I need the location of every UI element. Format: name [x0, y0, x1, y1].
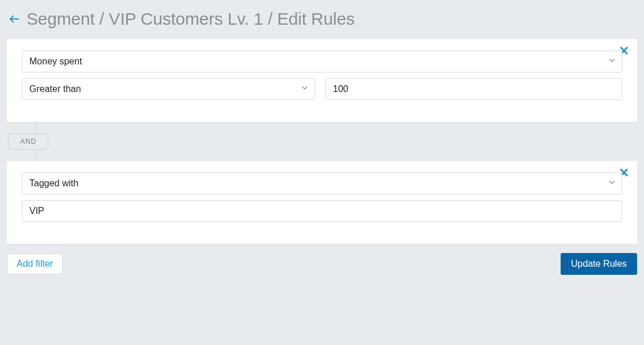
operator-select[interactable]: Greater than — [22, 78, 315, 100]
field-select-wrap: Tagged with — [22, 172, 622, 194]
update-rules-button[interactable]: Update Rules — [561, 253, 637, 275]
connector-area: AND — [7, 122, 637, 161]
field-select[interactable]: Money spent — [22, 51, 622, 72]
filter-row: Greater than — [22, 78, 622, 100]
value-input[interactable] — [22, 200, 622, 222]
back-arrow-icon[interactable] — [8, 13, 21, 25]
value-input[interactable] — [325, 78, 622, 100]
add-filter-button[interactable]: Add filter — [7, 254, 63, 274]
filter-card: ✕ Tagged with — [7, 161, 637, 244]
footer-actions: Add filter Update Rules — [0, 244, 644, 275]
field-select[interactable]: Tagged with — [22, 172, 622, 194]
page-header: Segment / VIP Customers Lv. 1 / Edit Rul… — [0, 0, 644, 39]
field-select-wrap: Money spent — [22, 51, 622, 72]
filter-card: ✕ Money spent Greater than — [7, 39, 637, 122]
operator-select-wrap: Greater than — [22, 78, 315, 100]
logic-connector[interactable]: AND — [8, 133, 48, 150]
filter-row — [22, 200, 622, 222]
rules-area: ✕ Money spent Greater than AND ✕ — [0, 39, 644, 244]
value-input-wrap — [325, 78, 622, 100]
value-input-wrap — [22, 200, 622, 222]
breadcrumb: Segment / VIP Customers Lv. 1 / Edit Rul… — [26, 9, 355, 29]
